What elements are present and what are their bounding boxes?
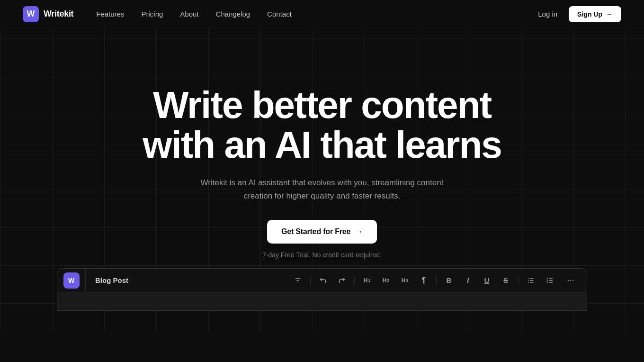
- toolbar-h1-button[interactable]: H1: [358, 272, 376, 289]
- editor-header: W Blog Post: [57, 269, 587, 292]
- signup-button[interactable]: Sign Up →: [569, 6, 621, 22]
- svg-text:3.: 3.: [546, 281, 548, 283]
- toolbar-bold-button[interactable]: B: [440, 272, 457, 289]
- toolbar-italic-button[interactable]: I: [459, 272, 476, 289]
- editor-doc-title[interactable]: Blog Post: [86, 276, 138, 284]
- nav-link-contact[interactable]: Contact: [267, 10, 292, 18]
- nav-links: Features Pricing About Changelog Contact: [96, 10, 292, 18]
- cta-button[interactable]: Get Started for Free →: [267, 220, 377, 244]
- toolbar-redo-button[interactable]: [333, 272, 350, 289]
- paragraph-icon: ¶: [422, 276, 426, 285]
- toolbar-separator-1: [310, 275, 311, 286]
- cta-arrow-icon: →: [355, 227, 363, 236]
- editor-preview: W Blog Post: [57, 268, 587, 311]
- trial-text: 7-day Free Trial. No credit card require…: [262, 251, 382, 259]
- editor-logo-area: W: [57, 269, 86, 292]
- bold-icon: B: [447, 276, 452, 284]
- hero-title: Write better content with an AI that lea…: [109, 85, 535, 165]
- trial-link[interactable]: 7-day Free Trial. No credit card require…: [262, 251, 382, 259]
- toolbar-h2-button[interactable]: H2: [377, 272, 394, 289]
- navbar: W Writekit Features Pricing About Change…: [0, 0, 644, 28]
- undo-icon: [319, 277, 327, 284]
- hero-title-line1: Write better content: [153, 84, 491, 126]
- svg-point-7: [528, 280, 529, 281]
- toolbar-separator-2: [354, 275, 355, 286]
- toolbar-strikethrough-button[interactable]: S: [497, 272, 514, 289]
- hero-section: Write better content with an AI that lea…: [0, 28, 644, 339]
- signup-label: Sign Up: [577, 10, 602, 18]
- svg-point-6: [528, 278, 529, 279]
- nav-left: W Writekit Features Pricing About Change…: [23, 6, 292, 22]
- nav-right: Log in Sign Up →: [538, 6, 621, 22]
- svg-point-8: [528, 282, 529, 283]
- toolbar-separator-3: [436, 275, 437, 286]
- login-button[interactable]: Log in: [538, 10, 557, 18]
- redo-icon: [338, 277, 346, 284]
- logo[interactable]: W Writekit: [23, 6, 73, 22]
- logo-icon: W: [23, 6, 39, 22]
- filter-icon: [294, 277, 302, 284]
- toolbar-separator-4: [518, 275, 519, 286]
- toolbar-more-button[interactable]: ···: [562, 272, 579, 289]
- hero-title-line2: with an AI that learns: [143, 124, 501, 166]
- nav-link-changelog[interactable]: Changelog: [216, 10, 250, 18]
- bullet-list-icon: [527, 277, 535, 284]
- nav-link-features[interactable]: Features: [96, 10, 124, 18]
- toolbar-underline-button[interactable]: U: [478, 272, 495, 289]
- signup-arrow-icon: →: [606, 10, 613, 18]
- editor-logo-icon: W: [63, 272, 80, 289]
- more-icon: ···: [567, 275, 574, 285]
- toolbar-bullet-list-button[interactable]: [522, 272, 539, 289]
- underline-icon: U: [484, 276, 490, 284]
- ordered-list-icon: 1. 2. 3.: [546, 277, 554, 284]
- toolbar-paragraph-button[interactable]: ¶: [415, 272, 432, 289]
- hero-subtitle: Writekit is an AI assistant that evolves…: [199, 176, 445, 203]
- hero-cta-area: Get Started for Free → 7-day Free Trial.…: [0, 220, 644, 259]
- strikethrough-icon: S: [503, 276, 508, 284]
- brand-name: Writekit: [44, 9, 73, 19]
- toolbar-filter-button[interactable]: [289, 272, 306, 289]
- editor-toolbar: H1 H2 H3 ¶ B: [282, 272, 587, 289]
- toolbar-ordered-list-button[interactable]: 1. 2. 3.: [541, 272, 558, 289]
- nav-link-about[interactable]: About: [180, 10, 198, 18]
- nav-link-pricing[interactable]: Pricing: [141, 10, 163, 18]
- toolbar-undo-button[interactable]: [314, 272, 331, 289]
- toolbar-h3-button[interactable]: H3: [396, 272, 413, 289]
- cta-label: Get Started for Free: [281, 227, 350, 236]
- italic-icon: I: [467, 276, 469, 284]
